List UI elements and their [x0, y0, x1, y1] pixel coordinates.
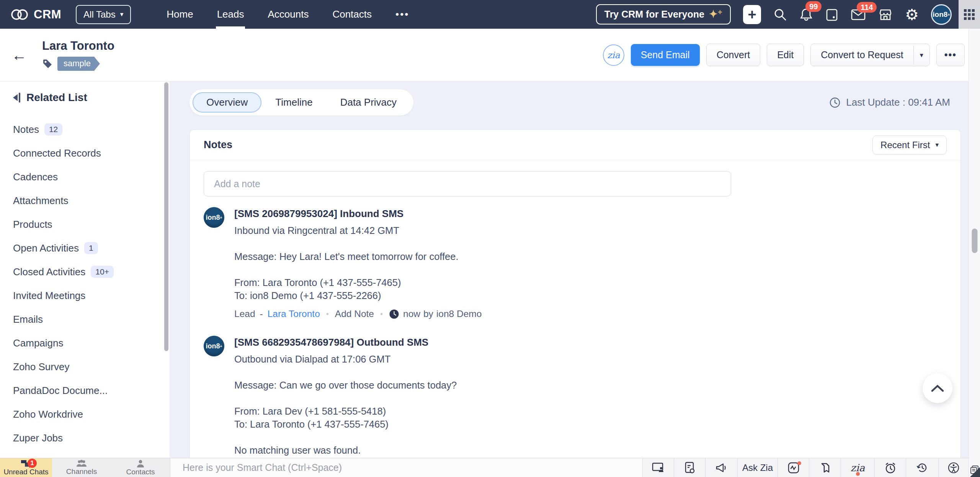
alarm-clock-icon[interactable]: [874, 458, 906, 477]
collapse-sidebar-icon[interactable]: [13, 93, 20, 103]
tag-label-icon[interactable]: [809, 458, 841, 477]
send-email-button[interactable]: Send Email: [631, 44, 700, 66]
accessibility-icon[interactable]: [938, 458, 969, 477]
search-icon[interactable]: [773, 8, 787, 21]
sidebar-item-pandadoc[interactable]: PandaDoc Docume...: [13, 379, 170, 402]
note-line: Outbound via Dialpad at 17:06 GMT: [234, 353, 457, 366]
sidebar-item-products[interactable]: Products: [13, 212, 170, 236]
sort-label: Recent First: [880, 140, 930, 150]
separator-dot: •: [380, 307, 383, 320]
smart-chat-input[interactable]: [170, 458, 642, 477]
sidebar-item-attachments[interactable]: Attachments: [13, 189, 170, 212]
notes-card: Notes Recent First ▾ ion8+ [SMS 206: [189, 129, 961, 458]
module-nav: Home Leads Accounts Contacts •••: [155, 0, 421, 29]
navbar-left: CRM All Tabs ▾ Home Leads Accounts Conta…: [0, 0, 421, 29]
note-line: [234, 263, 482, 276]
sidebar-item-campaigns[interactable]: Campaigns: [13, 331, 170, 355]
sidebar-item-zoho-desk[interactable]: Zoho Desk: [13, 450, 170, 458]
notes-sort-dropdown[interactable]: Recent First ▾: [872, 136, 947, 155]
top-navbar: CRM All Tabs ▾ Home Leads Accounts Conta…: [0, 0, 980, 29]
sidebar-item-zoho-workdrive[interactable]: Zoho Workdrive: [13, 402, 170, 426]
navbar-right: Try CRM for Everyone ✦✧ + 99: [596, 4, 959, 25]
user-avatar[interactable]: ion8+: [931, 4, 952, 25]
tab-overview[interactable]: Overview: [193, 92, 261, 113]
more-actions-button[interactable]: •••: [936, 44, 965, 66]
zia-sketch-icon[interactable]: zia: [841, 458, 874, 477]
announcement-icon[interactable]: [705, 458, 737, 477]
note-line: Message: Can we go over those documents …: [234, 379, 457, 392]
separator-dot: •: [326, 307, 329, 320]
sidebar-item-connected-records[interactable]: Connected Records: [13, 141, 170, 165]
apps-grid-strip[interactable]: [959, 0, 980, 29]
crm-logo[interactable]: CRM: [11, 8, 61, 21]
mail-icon[interactable]: 114: [851, 8, 866, 21]
contacts-tab[interactable]: Contacts: [111, 458, 170, 477]
sidebar-item-emails[interactable]: Emails: [13, 307, 170, 331]
zia-icon[interactable]: zia: [603, 44, 624, 66]
zoho-rings-icon: [11, 8, 28, 21]
clock-icon: [829, 97, 841, 108]
calendar-icon[interactable]: [825, 7, 838, 22]
note-record-link[interactable]: Lara Toronto: [268, 307, 320, 320]
sample-tag-badge[interactable]: sample: [57, 57, 100, 71]
note-line: From: Lara Toronto (+1 437-555-7465): [234, 276, 482, 289]
time-clock-icon: [389, 309, 399, 319]
nav-more-menu[interactable]: •••: [384, 0, 421, 29]
note-time: now: [403, 307, 420, 320]
channels-tab[interactable]: Channels: [52, 458, 111, 477]
corner-resize-wedge: [970, 467, 980, 477]
convert-to-request-button: Convert to Request ▾: [810, 44, 929, 66]
nav-item-home[interactable]: Home: [155, 0, 205, 29]
screen-share-icon[interactable]: [642, 458, 674, 477]
caret-down-icon: ▾: [120, 10, 124, 18]
scroll-to-top-button[interactable]: [923, 373, 952, 403]
caret-down-icon[interactable]: ▾: [913, 46, 929, 65]
quick-create-button[interactable]: +: [743, 5, 761, 24]
sidebar-item-zoho-survey[interactable]: Zoho Survey: [13, 355, 170, 379]
convert-to-request-label[interactable]: Convert to Request: [811, 44, 913, 66]
sidebar-item-invited-meetings[interactable]: Invited Meetings: [13, 284, 170, 307]
note-author-avatar: ion8+: [204, 207, 224, 228]
sidebar-scrollbar-thumb[interactable]: [164, 82, 168, 351]
back-button[interactable]: ←: [11, 47, 27, 63]
sidebar-item-cadences[interactable]: Cadences: [13, 165, 170, 189]
detail-tabs-row: Overview Timeline Data Privacy Last Upda…: [189, 89, 961, 116]
last-update: Last Update : 09:41 AM: [829, 96, 961, 108]
sidebar-item-open-activities[interactable]: Open Activities 1: [13, 236, 170, 260]
history-icon[interactable]: [906, 458, 938, 477]
smart-chat-field[interactable]: [170, 458, 642, 477]
related-list-header: Related List: [13, 91, 170, 104]
unread-chats-tab[interactable]: 1 Unread Chats: [0, 458, 52, 477]
marketplace-icon[interactable]: [878, 8, 893, 21]
add-note-input[interactable]: [204, 171, 731, 196]
notes-count-badge: 12: [44, 123, 62, 136]
tab-timeline[interactable]: Timeline: [261, 92, 326, 113]
device-feedback-icon[interactable]: [674, 458, 705, 477]
note-author: ion8 Demo: [436, 307, 482, 320]
all-tabs-label: All Tabs: [83, 9, 116, 20]
nav-item-leads[interactable]: Leads: [205, 0, 256, 29]
notifications-bell-icon[interactable]: 99: [799, 7, 813, 22]
main-scrollbar-thumb[interactable]: [972, 229, 977, 253]
note-line: [234, 237, 482, 250]
sidebar-item-closed-activities[interactable]: Closed Activities 10+: [13, 260, 170, 284]
open-activities-badge: 1: [84, 242, 98, 254]
sidebar-item-zuper-jobs[interactable]: Zuper Jobs: [13, 426, 170, 450]
activity-pulse-icon[interactable]: [777, 458, 809, 477]
related-list-sidebar: Related List Notes 12 Connected Records …: [0, 82, 170, 458]
convert-button[interactable]: Convert: [706, 44, 761, 66]
sidebar-item-notes[interactable]: Notes 12: [13, 118, 170, 141]
try-crm-button[interactable]: Try CRM for Everyone ✦✧: [596, 4, 731, 25]
settings-gear-icon[interactable]: ⚙: [905, 7, 919, 22]
unread-count-badge: 1: [28, 459, 37, 468]
record-actions: zia Send Email Convert Edit Convert to R…: [603, 44, 980, 66]
add-note-action[interactable]: Add Note: [335, 307, 374, 320]
nav-item-accounts[interactable]: Accounts: [256, 0, 320, 29]
nav-item-contacts[interactable]: Contacts: [320, 0, 384, 29]
notes-card-header: Notes Recent First ▾: [190, 130, 960, 160]
all-tabs-dropdown[interactable]: All Tabs ▾: [76, 5, 131, 24]
edit-button[interactable]: Edit: [767, 44, 804, 66]
mail-badge: 114: [857, 2, 877, 13]
ask-zia-button[interactable]: Ask Zia: [737, 458, 777, 477]
tab-data-privacy[interactable]: Data Privacy: [327, 92, 410, 113]
